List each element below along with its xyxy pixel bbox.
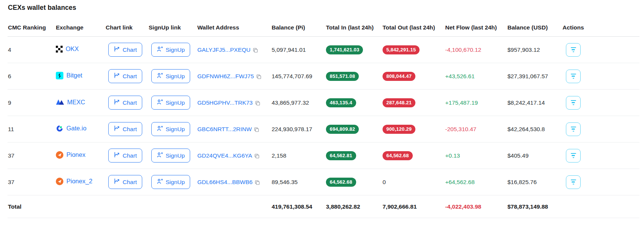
chart-button[interactable]: Chart bbox=[108, 149, 142, 163]
copy-icon[interactable] bbox=[256, 74, 261, 79]
col-header-actions: Actions bbox=[562, 20, 639, 37]
col-header-exchange: Exchange bbox=[55, 20, 105, 37]
total-out-sum: 7,902,666.81 bbox=[382, 195, 445, 218]
table-row: 11 Gate.io Chart bbox=[8, 116, 639, 142]
balance-pi-value: 5,097,941.01 bbox=[271, 37, 326, 63]
exchange-link[interactable]: Bitget bbox=[66, 72, 82, 79]
net-flow-value: +0.13 bbox=[445, 142, 507, 169]
okx-logo-icon bbox=[56, 46, 63, 53]
signup-button[interactable]: SignUp bbox=[151, 96, 190, 110]
filter-icon bbox=[571, 47, 576, 53]
total-in-badge: 694,809.82 bbox=[326, 125, 359, 134]
chart-button[interactable]: Chart bbox=[108, 175, 142, 189]
net-flow-value: +64,562.68 bbox=[445, 169, 507, 195]
copy-icon[interactable] bbox=[254, 127, 259, 132]
col-header-signup-link: SignUp link bbox=[148, 20, 197, 37]
wallet-address-link[interactable]: GD24QVE4...KG6YA bbox=[197, 152, 252, 159]
line-chart-icon bbox=[114, 72, 120, 80]
table-row: 37 Pionex_2 Chart bbox=[8, 169, 639, 195]
col-header-chart-link: Chart link bbox=[105, 20, 148, 37]
pionex-logo-icon bbox=[56, 178, 63, 185]
table-header-row: CMC Ranking Exchange Chart link SignUp l… bbox=[8, 20, 639, 37]
actions-filter-button[interactable] bbox=[566, 43, 581, 57]
filter-icon bbox=[571, 100, 576, 105]
total-in-badge: 1,741,621.03 bbox=[326, 45, 363, 54]
cmc-ranking-value: 37 bbox=[8, 169, 55, 195]
total-balance-usd: $78,873,149.88 bbox=[507, 195, 562, 218]
exchange-link[interactable]: MEXC bbox=[67, 99, 85, 106]
filter-icon bbox=[571, 180, 576, 185]
line-chart-icon bbox=[114, 178, 120, 186]
exchange-link[interactable]: OKX bbox=[66, 45, 79, 53]
wallet-address-link[interactable]: GALYJFJ5...PXEQU bbox=[197, 46, 251, 53]
balance-usd-value: $8,242,417.14 bbox=[507, 90, 562, 116]
actions-filter-button[interactable] bbox=[566, 96, 581, 110]
copy-icon[interactable] bbox=[253, 48, 258, 53]
wallet-address-link[interactable]: GDFNWH6Z...FWJ75 bbox=[197, 73, 254, 80]
actions-filter-button[interactable] bbox=[566, 149, 581, 163]
wallet-address-link[interactable]: GDL66HS4...BBWB6 bbox=[197, 179, 252, 186]
table-row: 37 Pionex Chart bbox=[8, 142, 639, 169]
balance-usd-value: $27,391,067.57 bbox=[507, 63, 562, 90]
net-flow-value: +175,487.19 bbox=[445, 90, 507, 116]
table-row: 6 Bitget Chart bbox=[8, 63, 639, 90]
wallet-address-link[interactable]: GBC6NRTT...2RINW bbox=[197, 126, 252, 133]
line-chart-icon bbox=[114, 125, 120, 133]
chart-button[interactable]: Chart bbox=[108, 122, 142, 136]
balance-usd-value: $405.49 bbox=[507, 142, 562, 169]
col-header-wallet-address: Wallet Address bbox=[197, 20, 271, 37]
person-plus-icon bbox=[157, 125, 163, 133]
copy-icon[interactable] bbox=[255, 101, 260, 106]
table-row: 4 OKX Chart bbox=[8, 37, 639, 63]
balance-pi-value: 43,865,977.32 bbox=[271, 90, 326, 116]
chart-button[interactable]: Chart bbox=[108, 69, 142, 83]
col-header-total-out: Total Out (last 24h) bbox=[382, 20, 445, 37]
filter-icon bbox=[571, 153, 576, 158]
chart-button[interactable]: Chart bbox=[108, 96, 142, 110]
person-plus-icon bbox=[157, 152, 163, 159]
total-in-badge: 64,562.68 bbox=[326, 178, 356, 187]
exchange-link[interactable]: Pionex_2 bbox=[66, 178, 92, 185]
exchange-link[interactable]: Gate.io bbox=[66, 125, 86, 132]
signup-button[interactable]: SignUp bbox=[151, 122, 190, 136]
cmc-ranking-value: 6 bbox=[8, 63, 55, 90]
col-header-net-flow: Net Flow (last 24h) bbox=[445, 20, 507, 37]
net-flow-value: +43,526.61 bbox=[445, 63, 507, 90]
actions-filter-button[interactable] bbox=[566, 122, 581, 136]
copy-icon[interactable] bbox=[254, 153, 260, 159]
total-out-badge: 808,044.47 bbox=[383, 72, 415, 81]
balance-pi-value: 224,930,978.17 bbox=[271, 116, 326, 142]
total-in-badge: 64,562.81 bbox=[326, 151, 356, 160]
page-title: CEXs wallet balances bbox=[8, 4, 639, 12]
total-in-sum: 3,880,262.82 bbox=[326, 195, 382, 218]
actions-filter-button[interactable] bbox=[566, 70, 581, 83]
balance-pi-value: 145,774,707.69 bbox=[271, 63, 326, 90]
copy-icon[interactable] bbox=[255, 180, 260, 185]
actions-filter-button[interactable] bbox=[566, 175, 581, 189]
bitget-logo-icon bbox=[56, 72, 63, 79]
balance-usd-value: $957,903.12 bbox=[507, 37, 562, 63]
exchange-link[interactable]: Pionex bbox=[66, 151, 85, 158]
signup-button[interactable]: SignUp bbox=[151, 149, 190, 163]
total-row: Total 419,761,308.54 3,880,262.82 7,902,… bbox=[8, 195, 639, 218]
total-label: Total bbox=[8, 195, 55, 218]
total-out-badge: 64,562.68 bbox=[383, 151, 413, 160]
signup-button[interactable]: SignUp bbox=[151, 175, 190, 189]
page-container: CEXs wallet balances CMC Ranking Exchang… bbox=[0, 0, 644, 218]
line-chart-icon bbox=[114, 46, 120, 54]
cmc-ranking-value: 4 bbox=[8, 37, 55, 63]
col-header-total-in: Total In (last 24h) bbox=[326, 20, 382, 37]
total-balance-pi: 419,761,308.54 bbox=[271, 195, 326, 218]
mexc-logo-icon bbox=[56, 99, 64, 105]
total-out-value: 0 bbox=[382, 169, 445, 195]
chart-button[interactable]: Chart bbox=[108, 43, 142, 57]
person-plus-icon bbox=[157, 46, 163, 54]
col-header-cmc-ranking: CMC Ranking bbox=[8, 20, 55, 37]
cmc-ranking-value: 9 bbox=[8, 90, 55, 116]
wallet-address-link[interactable]: GD5HGPHV...TRK73 bbox=[197, 99, 253, 106]
signup-button[interactable]: SignUp bbox=[151, 69, 190, 83]
net-flow-value: -205,310.47 bbox=[445, 116, 507, 142]
total-in-badge: 851,571.08 bbox=[326, 72, 359, 81]
filter-icon bbox=[571, 127, 576, 132]
signup-button[interactable]: SignUp bbox=[151, 43, 190, 57]
